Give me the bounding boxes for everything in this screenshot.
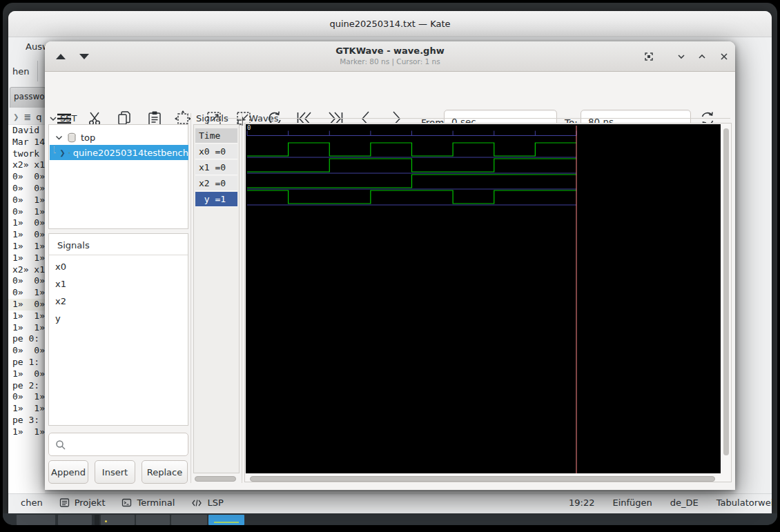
replace-button[interactable]: Replace [142,460,188,484]
statusbar-terminal-button[interactable]: Terminal [121,497,175,508]
paned-handle[interactable] [191,113,191,483]
taskbar-separator [95,515,99,525]
statusbar-right-item[interactable]: Einfügen [612,497,652,508]
facs-item-x1[interactable]: x1 [55,279,66,289]
append-button[interactable]: Append [48,460,88,484]
statusbar-right-item[interactable]: 19:22 [569,497,594,508]
fullscreen-icon[interactable] [643,50,655,63]
facs-item-y[interactable]: y [55,313,61,324]
signal-row-x0[interactable]: x0 =0 [195,144,237,159]
signal-row-x2[interactable]: x2 =0 [195,176,237,191]
breadcrumb: ❯ ≣ q [8,109,50,124]
expander-chevron-icon[interactable]: ❯ [59,149,65,157]
paned-handle[interactable] [242,113,242,483]
editor-line: pe 0: [8,333,45,345]
editor-line: 1» 1» [8,426,45,438]
editor-lines: DavidMar 14tworkx2» x10» 0»0» 0»0» 1»0» … [8,125,45,438]
arrow-down-button[interactable] [79,54,89,59]
lsp-label: LSP [207,497,223,508]
window-maximize-icon[interactable] [696,50,708,63]
signal-list-hscrollbar[interactable] [195,476,237,482]
taskbar-window-button[interactable] [171,515,207,525]
editor-line: 1» 1» [8,322,45,334]
sst-root-node[interactable]: top [50,130,188,145]
editor-area[interactable]: DavidMar 14tworkx2» x10» 0»0» 0»0» 1»0» … [8,124,45,493]
window-close-icon[interactable] [718,50,730,63]
waves-vscrollbar[interactable] [723,127,729,471]
terminal-label: Terminal [137,497,175,508]
gtkwave-title-block: GTKWave - wave.ghw Marker: 80 ns | Curso… [252,45,528,66]
frame-line [279,118,730,119]
kate-toolbar-fragment[interactable]: hen [12,66,29,77]
gtkwave-headerbar[interactable]: GTKWave - wave.ghw Marker: 80 ns | Curso… [45,41,735,72]
sst-root-label: top [81,132,95,143]
signal-row-x1[interactable]: x1 =0 [195,160,237,175]
statusbar-lsp-button[interactable]: LSP [191,497,223,508]
editor-line: 0» 1» [8,287,45,299]
arrow-up-button[interactable] [56,54,66,59]
marker-cursor-status: Marker: 80 ns | Cursor: 1 ns [252,57,528,66]
gtkwave-window-title: GTKWave - wave.ghw [252,45,528,57]
caret-down-icon[interactable] [55,135,63,141]
document-list-icon[interactable]: ≣ [23,112,31,122]
statusbar-search-fragment[interactable]: chen [21,497,43,508]
kate-titlebar[interactable]: quine20250314.txt — Kate [8,11,772,37]
editor-line: x2» x1 [8,264,45,276]
editor-line: 1» 1» [8,403,45,415]
code-icon [191,498,202,508]
window-minimize-icon[interactable] [675,50,688,63]
module-cylinder-icon [67,132,77,143]
search-icon [55,440,66,451]
desktop-screen: quine20250314.txt — Kate Ausw hen passwo… [3,3,777,525]
wave-canvas[interactable]: 0 [246,124,721,473]
breadcrumb-document-name[interactable]: q [36,112,41,122]
statusbar-projekt-button[interactable]: Projekt [59,497,106,508]
taskbar-window-button[interactable] [101,515,135,525]
signal-row-y[interactable]: y =1 [195,192,237,207]
insert-button[interactable]: Insert [95,460,135,484]
signals-facs-panel: Signals x0 x1 x2 y [48,233,188,426]
editor-line: 1» 0» [8,217,45,229]
taskbar [3,513,777,525]
editor-line: 0» 1» [8,391,45,403]
sst-expander-icon[interactable] [49,115,57,122]
facs-item-x0[interactable]: x0 [55,262,66,272]
gtkwave-toolbar: From: To: [45,72,735,110]
editor-line: x2» x1 [8,159,45,171]
testbench-icon [68,148,70,158]
projekt-label: Projekt [75,497,106,508]
editor-line: 1» 1» [8,241,45,253]
terminal-icon [121,497,132,508]
taskbar-window-button[interactable] [136,515,170,525]
taskbar-active-window-button[interactable] [208,515,244,525]
waves-hscrollbar[interactable] [248,476,718,482]
time-header-row: Time [195,128,237,144]
wave-area[interactable]: 0 [246,124,721,473]
signals-panel-separator [49,255,188,255]
editor-line: 0» 0» [8,275,45,287]
editor-line: Mar 14 [8,137,45,148]
editor-line: David [8,125,45,137]
frame-line [227,118,242,119]
kate-document-tab[interactable]: passwo [10,87,46,108]
editor-line: 1» 0» [8,299,45,311]
statusbar-right-item[interactable]: Tabulatorweite [716,497,772,508]
sst-tree-panel: top ❯ quine20250314testbench [48,124,188,229]
gtkwave-window: GTKWave - wave.ghw Marker: 80 ns | Curso… [45,41,735,490]
editor-line: 1» 0» [8,368,45,380]
sst-testbench-node[interactable]: ❯ quine20250314testbench [50,145,188,160]
facs-item-x2[interactable]: x2 [55,296,66,306]
editor-line: 0» 0» [8,183,45,195]
statusbar-right-item[interactable]: de_DE [670,497,699,508]
taskbar-window-button[interactable] [58,515,92,525]
editor-line: twork [8,148,45,160]
active-window-indicator [214,522,239,523]
signal-search-input[interactable] [48,433,188,456]
sst-frame-label: SST [60,113,77,124]
breadcrumb-chevron-icon: ❯ [13,113,19,121]
tree-guide-line [54,146,55,153]
statusbar-right: 19:22Einfügende_DETabulatorweite [569,494,772,511]
kate-window-title: quine20250314.txt — Kate [329,19,450,29]
svg-text:0: 0 [247,124,251,131]
taskbar-window-button[interactable] [17,515,55,525]
